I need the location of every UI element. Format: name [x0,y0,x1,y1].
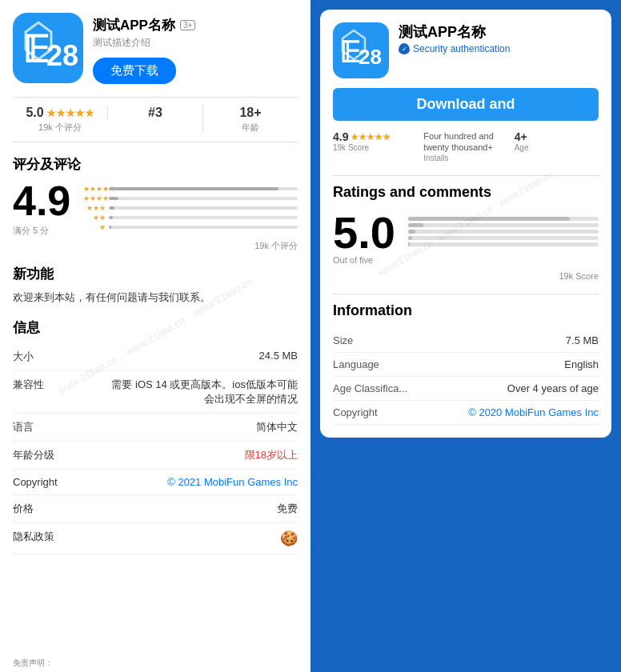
right-panel: www.21liao.cn www.21liao.cn www.21liao.c… [310,0,621,672]
right-ratings-content: 5.0 Out of five [333,210,599,265]
app-icon-right: 𝔼 28 [333,22,389,78]
app-stats-left: 5.0 ★★★★★ 19k 个评分 #3 18+ 年龄 [13,97,298,142]
right-value-age: Over 4 years of age [507,382,599,394]
stat-age-sub: 年龄 [203,122,298,134]
info-row-lang: 语言 简体中文 [13,414,298,442]
info-row-privacy: 隐私政策 🍪 [13,523,298,554]
right-value-copyright: © 2020 MobiFun Games Inc [468,406,599,418]
right-label-age: Age Classifica... [333,382,407,394]
info-value-privacy: 🍪 [280,530,298,547]
right-stat-age-main: 4+ [515,130,599,143]
info-label-size: 大小 [13,350,61,364]
right-ratings-title: Ratings and comments [333,184,599,201]
age-badge-left: 3+ [180,20,195,30]
right-bar-2 [408,236,599,240]
right-label-copyright: Copyright [333,406,378,418]
right-stars: ★★★★★ [351,132,391,142]
stat-age-value: 18+ [203,106,298,120]
info-row-size: 大小 24.5 MB [13,343,298,371]
right-stat-rating-main: 4.9 ★★★★★ [333,130,417,143]
info-title-left: 信息 [13,318,298,337]
info-value-size: 24.5 MB [259,350,298,362]
star-bar-row-2: ★★ [83,214,298,222]
star-bar-row-4: ★★★★ [83,194,298,202]
stat-rating-value: 5.0 ★★★★★ [13,106,107,120]
security-badge: ✓ Security authentication [399,43,599,54]
divider-right-2 [333,294,599,294]
download-button-left[interactable]: 免费下载 [93,58,176,84]
ratings-footer-left: 19k 个评分 [13,240,298,252]
info-row-compat: 兼容性 需要 iOS 14 或更高版本。ios低版本可能会出现不全屏的情况 [13,371,298,414]
info-label-lang: 语言 [13,420,61,434]
stat-rank-value: #3 [108,106,202,120]
stat-rank: #3 [107,106,202,120]
right-star-bars [408,210,599,249]
divider-right-1 [333,175,599,176]
left-panel: www.21liao.cn www.21liao.cn www.21liao.c… [0,0,310,672]
app-title-right: 测试APP名称 [399,22,599,42]
info-label-compat: 兼容性 [13,378,61,392]
right-info-copyright: Copyright © 2020 MobiFun Games Inc [333,401,599,425]
right-big-score-block: 5.0 Out of five [333,210,395,265]
info-row-age: 年龄分级 限18岁以上 [13,442,298,470]
right-stat-age: 4+ Age [515,130,599,162]
app-title-row: 测试APP名称 3+ [93,16,298,34]
right-bar-1 [408,242,599,246]
info-label-price: 价格 [13,502,61,516]
right-stat-score-label: 19k Score [333,143,417,152]
right-stat-installs-desc: Four hundred andtwenty thousand+ [423,130,507,154]
info-label-copyright: Copyright [13,476,61,488]
new-features-title: 新功能 [13,265,298,283]
right-app-header: 𝔼 28 测试APP名称 ✓ Security authentication [333,22,599,78]
right-stat-installs: Four hundred andtwenty thousand+ Install… [423,130,507,162]
right-big-score: 5.0 [333,210,395,255]
disclaimer-left: 免责声明： [13,658,53,669]
stars-left: ★★★★★ [46,107,94,119]
right-info-age: Age Classifica... Over 4 years of age [333,377,599,401]
app-icon-left: 𝔼 28 [13,13,83,83]
security-text: Security authentication [413,43,510,54]
app-info-right: 测试APP名称 ✓ Security authentication [399,22,599,61]
right-bar-3 [408,230,599,234]
star-bar-row-1: ★ [83,223,298,231]
right-stat-rating: 4.9 ★★★★★ 19k Score [333,130,417,162]
star-bar-row-5: ★★★★★ [83,185,298,193]
info-value-copyright: © 2021 MobiFun Games Inc [167,476,298,488]
right-bar-4 [408,223,599,227]
score-sub-left: 满分 5 分 [13,225,70,237]
stat-rating-sub: 19k 个评分 [13,122,107,134]
right-value-size: 7.5 MB [566,334,599,346]
star-bar-row-3: ★★★ [83,204,298,212]
new-features-text: 欢迎来到本站，有任何问题请与我们联系。 [13,290,298,306]
ratings-title-left: 评分及评论 [13,155,298,174]
right-stat-age-label: Age [515,143,599,152]
ratings-section-left: 评分及评论 4.9 满分 5 分 ★★★★★ ★★★★ ★★★ [13,155,298,252]
info-label-age: 年龄分级 [13,448,61,462]
star-bars-left: ★★★★★ ★★★★ ★★★ ★★ ★ [83,185,298,233]
right-bar-5 [408,217,599,221]
ratings-content-left: 4.9 满分 5 分 ★★★★★ ★★★★ ★★★ ★★ [13,180,298,237]
right-label-lang: Language [333,358,379,370]
download-button-right[interactable]: Download and [333,88,599,121]
right-value-lang: English [564,358,599,370]
right-info-lang: Language English [333,353,599,377]
app-header-left: 𝔼 28 测试APP名称 3+ 测试描述介绍 免费下载 [13,13,298,84]
right-stat-installs-label: Installs [423,154,507,162]
new-features-section: 新功能 欢迎来到本站，有任何问题请与我们联系。 [13,265,298,306]
right-ratings-footer: 19k Score [333,271,599,281]
right-ratings-section: Ratings and comments 5.0 Out of five [333,184,599,281]
right-card: www.21liao.cn www.21liao.cn www.21liao.c… [320,10,611,438]
info-label-privacy: 隐私政策 [13,530,61,544]
big-score-left: 4.9 [13,180,70,222]
info-value-compat: 需要 iOS 14 或更高版本。ios低版本可能会出现不全屏的情况 [106,378,298,406]
info-value-age: 限18岁以上 [245,448,298,462]
right-info-section: Information Size 7.5 MB Language English… [333,302,599,425]
stat-age: 18+ 年龄 [202,106,298,134]
svg-text:28: 28 [359,45,382,69]
info-row-copyright: Copyright © 2021 MobiFun Games Inc [13,470,298,495]
right-stats: 4.9 ★★★★★ 19k Score Four hundred andtwen… [333,130,599,162]
right-label-size: Size [333,334,353,346]
info-row-price: 价格 免费 [13,495,298,523]
info-value-price: 免费 [277,502,298,516]
shield-icon: ✓ [399,43,410,54]
